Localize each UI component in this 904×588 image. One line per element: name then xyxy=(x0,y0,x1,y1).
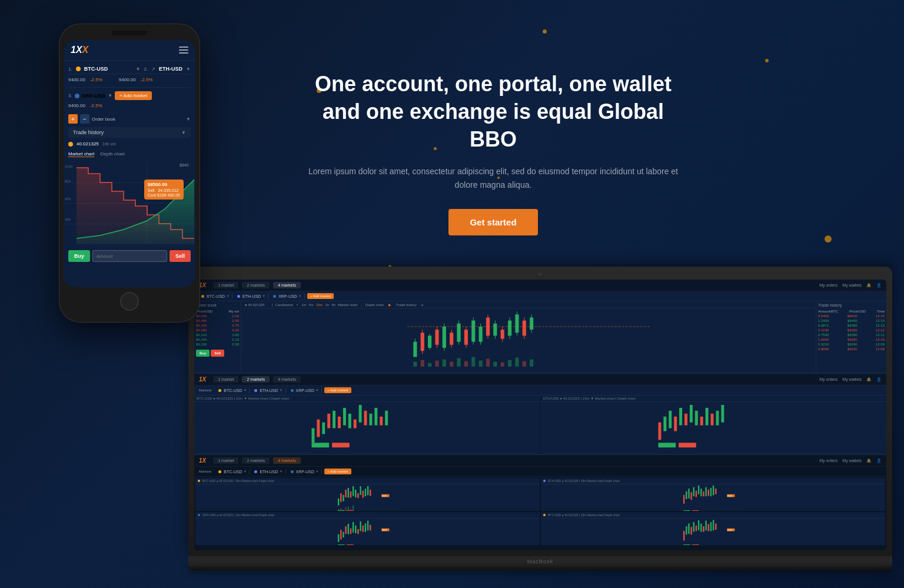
market-item-btc-3[interactable]: BTC-USD ▼ xyxy=(216,469,250,474)
laptop-add-market-button[interactable]: + Add market xyxy=(307,293,334,299)
trade-history-tab[interactable]: Trade history xyxy=(396,303,417,307)
market-item-xrp-2[interactable]: XRP-USD ▼ xyxy=(288,388,322,393)
th-row-5: 0.7500$928012:11 xyxy=(818,333,885,337)
notif-3[interactable]: 🔔 xyxy=(866,459,872,463)
nav-arrow-right-2[interactable]: ▶ xyxy=(421,303,424,307)
markets-bar-3: Markets BTC-USD ▼ ETH-USD ▼ xyxy=(194,467,886,477)
add-market-btn-3[interactable]: + Add market xyxy=(324,469,351,474)
time-15m[interactable]: 15m xyxy=(316,303,323,307)
market-row-btc[interactable]: 1. BTC-USD ▼ 2. ↗ ETH-USD ▼ xyxy=(68,64,191,74)
sell-amount: 24.035.012 xyxy=(158,188,178,192)
market-num: 1. xyxy=(68,67,72,72)
plus-button[interactable]: + xyxy=(68,114,78,124)
trade-history-section[interactable]: Trade history ▼ xyxy=(68,127,191,138)
user-3[interactable]: 👤 xyxy=(876,459,882,463)
markets-label-2: Markets xyxy=(199,388,211,392)
market-item-xrp-3[interactable]: XRP-USD ▼ xyxy=(288,469,322,474)
add-market-button[interactable]: + Add market xyxy=(115,91,152,100)
depth-chart-tab[interactable]: Depth chart xyxy=(100,151,124,157)
btc-2: BTC-USD xyxy=(224,388,242,393)
tv-tab-3-1[interactable]: 1 market xyxy=(213,457,238,464)
chart-tab-market[interactable]: Market chart xyxy=(338,303,357,307)
market-item-btc[interactable]: BTC-USD ▼ xyxy=(199,294,232,299)
add-market-btn-2[interactable]: + Add market xyxy=(324,387,351,393)
ob-row-7: $9,2000.50 xyxy=(196,342,239,347)
get-started-button[interactable]: Get started xyxy=(448,209,537,235)
eth-3: ETH-USD xyxy=(260,470,278,474)
tv-tab-2-1market[interactable]: 1 market xyxy=(213,376,238,383)
hamburger-menu[interactable] xyxy=(179,46,188,54)
buy-button[interactable]: Buy xyxy=(68,250,90,262)
my-orders-3[interactable]: My orders xyxy=(819,459,837,463)
tv-tab-2-4markets[interactable]: 4 markets xyxy=(273,376,301,383)
svg-rect-109 xyxy=(360,486,361,495)
my-wallets-2[interactable]: My wallets xyxy=(842,377,862,381)
phone-logo: 1XX xyxy=(71,45,88,55)
minus-button[interactable]: − xyxy=(80,114,89,124)
q2-header: ETH-USD ● 40.021325 | 15m Market chart D… xyxy=(541,478,885,484)
chart-tab-depth[interactable]: Depth chart xyxy=(365,303,384,307)
tv-tab-3-4[interactable]: 4 markets xyxy=(273,457,301,464)
candlestick-label[interactable]: Candlestick xyxy=(275,303,293,307)
market-item-xrp[interactable]: XRP-USD ▼ xyxy=(271,294,304,299)
market-chart-tab[interactable]: Market chart xyxy=(68,151,94,157)
my-orders-link[interactable]: My orders xyxy=(819,283,837,287)
xrp-row[interactable]: 3. XRP-USD ▼ + Add market xyxy=(68,91,191,100)
btc-price: 9400.00 xyxy=(68,77,85,82)
amount-input[interactable] xyxy=(92,250,167,262)
tv-markets-bar-1: BTC-USD ▼ ETH-USD ▼ XRP-USD xyxy=(194,291,886,301)
tv-tab-4-markets[interactable]: 4 markets xyxy=(273,282,301,288)
tv-tab-2-2markets[interactable]: 2 markets xyxy=(242,376,270,383)
svg-rect-123 xyxy=(338,510,345,511)
q3-header: XRP-USD ● 40.021325 | 15m Market chart D… xyxy=(195,512,540,519)
svg-rect-102 xyxy=(343,495,344,501)
market-item-eth-2[interactable]: ETH-USD ▼ xyxy=(252,388,285,393)
svg-rect-92 xyxy=(711,414,714,426)
svg-rect-135 xyxy=(700,489,702,496)
svg-rect-179 xyxy=(705,521,706,531)
svg-rect-140 xyxy=(713,486,714,496)
eth-change: -2.5% xyxy=(141,77,153,82)
time-5m[interactable]: 5m xyxy=(309,303,314,307)
candle-svg xyxy=(241,308,816,369)
svg-rect-137 xyxy=(705,487,706,496)
svg-rect-177 xyxy=(700,523,702,531)
svg-rect-187 xyxy=(692,544,699,545)
my-wallets-3[interactable]: My wallets xyxy=(842,459,862,463)
my-orders-2[interactable]: My orders xyxy=(819,377,837,381)
tv-tab-3-2[interactable]: 2 markets xyxy=(242,457,270,464)
market-item-eth[interactable]: ETH-USD ▼ xyxy=(235,294,268,299)
svg-rect-157 xyxy=(357,529,358,534)
user-icon[interactable]: 👤 xyxy=(876,283,882,288)
market-item-btc-2[interactable]: BTC-USD ▼ xyxy=(216,388,250,393)
tv-candle-chart xyxy=(241,308,816,369)
btc-dot-2 xyxy=(218,389,221,392)
sell-button[interactable]: Sell xyxy=(170,250,191,262)
user-2[interactable]: 👤 xyxy=(876,377,882,382)
time-1h[interactable]: 1h xyxy=(325,303,330,307)
tv-tab-1-market[interactable]: 1 market xyxy=(213,282,238,288)
my-wallets-link[interactable]: My wallets xyxy=(842,283,862,287)
notif-2[interactable]: 🔔 xyxy=(866,377,872,382)
tv-sell-button[interactable]: Sell xyxy=(211,350,224,357)
svg-rect-129 xyxy=(686,491,687,499)
th-time-header: Time xyxy=(877,310,885,313)
phone-home-button[interactable] xyxy=(120,292,139,311)
nav-arrow-right[interactable]: ▶ xyxy=(388,303,391,307)
tv-tab-2-markets[interactable]: 2 markets xyxy=(242,282,270,288)
q2-svg: $9400 xyxy=(541,484,885,511)
notifications-icon[interactable]: 🔔 xyxy=(866,283,872,288)
svg-rect-111 xyxy=(365,489,366,496)
eth-dropdown: ▼ xyxy=(262,294,265,298)
svg-rect-153 xyxy=(348,524,349,534)
market-item-eth-3[interactable]: ETH-USD ▼ xyxy=(252,469,285,474)
svg-rect-133 xyxy=(696,491,697,497)
chart-q3: XRP-USD ● 40.021325 | 15m Market chart D… xyxy=(195,512,540,545)
eth-2: ETH-USD xyxy=(260,388,278,393)
time-4h[interactable]: 4h xyxy=(331,303,335,307)
tv-buy-button[interactable]: Buy xyxy=(196,350,210,357)
svg-rect-84 xyxy=(669,411,672,428)
time-1m[interactable]: 1m xyxy=(301,303,306,307)
btc-chart-label: BTC-USD ● 40.021325 | 15m ▼ Market chart… xyxy=(194,396,540,402)
svg-rect-112 xyxy=(367,486,368,495)
